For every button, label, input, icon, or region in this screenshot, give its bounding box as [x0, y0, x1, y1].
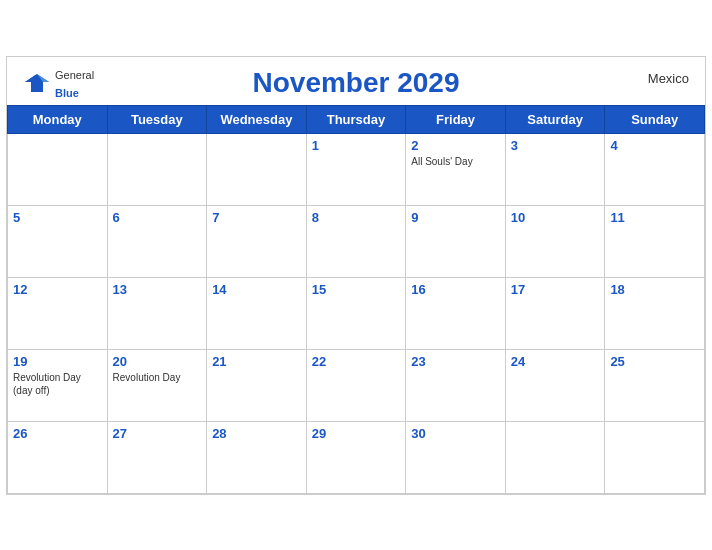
calendar-cell: 4: [605, 133, 705, 205]
calendar-body: 12All Souls' Day345678910111213141516171…: [8, 133, 705, 493]
col-tuesday: Tuesday: [107, 105, 207, 133]
calendar-cell: 29: [306, 421, 406, 493]
logo-text: General Blue: [55, 65, 94, 101]
svg-marker-0: [25, 74, 49, 92]
date-number: 24: [511, 354, 600, 369]
calendar-week-4: 19Revolution Day (day off)20Revolution D…: [8, 349, 705, 421]
logo-blue: Blue: [55, 87, 79, 99]
calendar-cell: 8: [306, 205, 406, 277]
calendar-cell: 20Revolution Day: [107, 349, 207, 421]
date-number: 22: [312, 354, 401, 369]
calendar-cell: 27: [107, 421, 207, 493]
calendar-cell: 24: [505, 349, 605, 421]
calendar-week-2: 567891011: [8, 205, 705, 277]
calendar-cell: 2All Souls' Day: [406, 133, 506, 205]
calendar-cell: [605, 421, 705, 493]
calendar-cell: 26: [8, 421, 108, 493]
calendar-cell: 1: [306, 133, 406, 205]
weekday-header-row: Monday Tuesday Wednesday Thursday Friday…: [8, 105, 705, 133]
calendar-cell: 16: [406, 277, 506, 349]
date-number: 4: [610, 138, 699, 153]
date-number: 13: [113, 282, 202, 297]
calendar-cell: 6: [107, 205, 207, 277]
holiday-label: All Souls' Day: [411, 155, 500, 168]
date-number: 20: [113, 354, 202, 369]
calendar-header: General Blue November 2029 Mexico: [7, 57, 705, 105]
date-number: 26: [13, 426, 102, 441]
date-number: 17: [511, 282, 600, 297]
calendar-cell: 14: [207, 277, 307, 349]
date-number: 7: [212, 210, 301, 225]
calendar-cell: 13: [107, 277, 207, 349]
col-saturday: Saturday: [505, 105, 605, 133]
date-number: 2: [411, 138, 500, 153]
col-thursday: Thursday: [306, 105, 406, 133]
date-number: 30: [411, 426, 500, 441]
calendar-cell: 28: [207, 421, 307, 493]
calendar-cell: 7: [207, 205, 307, 277]
date-number: 29: [312, 426, 401, 441]
calendar-cell: 3: [505, 133, 605, 205]
calendar-week-5: 2627282930: [8, 421, 705, 493]
date-number: 18: [610, 282, 699, 297]
calendar-week-3: 12131415161718: [8, 277, 705, 349]
calendar-cell: 18: [605, 277, 705, 349]
date-number: 10: [511, 210, 600, 225]
date-number: 21: [212, 354, 301, 369]
calendar-cell: 22: [306, 349, 406, 421]
date-number: 8: [312, 210, 401, 225]
date-number: 9: [411, 210, 500, 225]
date-number: 28: [212, 426, 301, 441]
calendar-cell: [8, 133, 108, 205]
date-number: 3: [511, 138, 600, 153]
calendar-cell: 10: [505, 205, 605, 277]
calendar-cell: 11: [605, 205, 705, 277]
calendar-cell: 19Revolution Day (day off): [8, 349, 108, 421]
date-number: 15: [312, 282, 401, 297]
calendar-cell: [207, 133, 307, 205]
calendar-title: November 2029: [252, 67, 459, 99]
col-friday: Friday: [406, 105, 506, 133]
calendar-table: Monday Tuesday Wednesday Thursday Friday…: [7, 105, 705, 494]
calendar-cell: 25: [605, 349, 705, 421]
date-number: 27: [113, 426, 202, 441]
calendar-cell: 5: [8, 205, 108, 277]
logo-icon: [23, 72, 51, 94]
calendar-cell: [505, 421, 605, 493]
country-label: Mexico: [648, 71, 689, 86]
logo: General Blue: [23, 65, 94, 101]
col-wednesday: Wednesday: [207, 105, 307, 133]
date-number: 5: [13, 210, 102, 225]
date-number: 11: [610, 210, 699, 225]
holiday-label: Revolution Day: [113, 371, 202, 384]
date-number: 1: [312, 138, 401, 153]
calendar-cell: [107, 133, 207, 205]
date-number: 19: [13, 354, 102, 369]
calendar-cell: 15: [306, 277, 406, 349]
date-number: 25: [610, 354, 699, 369]
col-sunday: Sunday: [605, 105, 705, 133]
calendar-cell: 30: [406, 421, 506, 493]
logo-general: General: [55, 69, 94, 81]
date-number: 6: [113, 210, 202, 225]
date-number: 12: [13, 282, 102, 297]
col-monday: Monday: [8, 105, 108, 133]
date-number: 16: [411, 282, 500, 297]
calendar-cell: 12: [8, 277, 108, 349]
holiday-label: Revolution Day (day off): [13, 371, 102, 397]
calendar-cell: 21: [207, 349, 307, 421]
date-number: 14: [212, 282, 301, 297]
calendar-cell: 9: [406, 205, 506, 277]
date-number: 23: [411, 354, 500, 369]
calendar-cell: 23: [406, 349, 506, 421]
calendar: General Blue November 2029 Mexico Monday…: [6, 56, 706, 495]
calendar-week-1: 12All Souls' Day34: [8, 133, 705, 205]
calendar-cell: 17: [505, 277, 605, 349]
